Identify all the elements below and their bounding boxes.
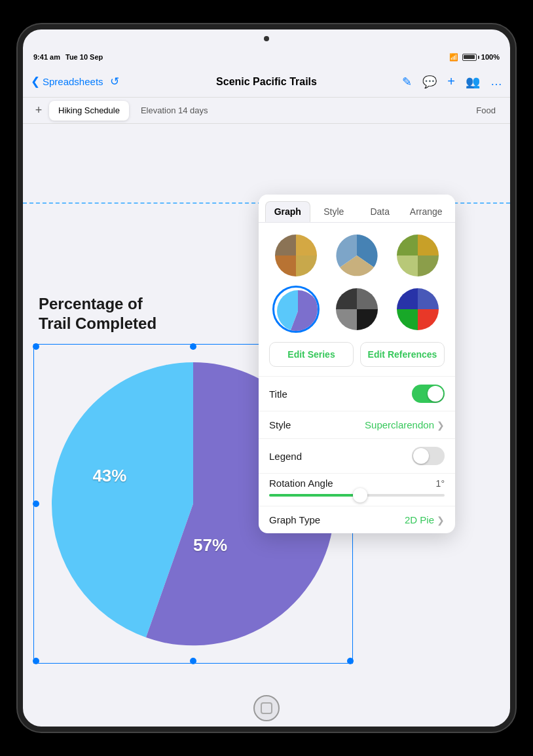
add-sheet-button[interactable]: + — [28, 102, 49, 120]
slider-fill — [269, 494, 360, 497]
style-value: Superclarendon ❯ — [365, 419, 445, 430]
sheet-tab-bar: + Hiking Schedule Elevation 14 days Food — [23, 98, 510, 124]
rotation-angle-label: Rotation Angle — [269, 478, 333, 489]
battery-indicator: 100% — [462, 53, 500, 61]
slider-thumb[interactable] — [353, 488, 367, 502]
rotation-angle-value: 1° — [436, 478, 445, 489]
legend-row: Legend — [259, 438, 455, 473]
back-label: Spreadsheets — [43, 76, 103, 87]
title-label: Title — [269, 388, 287, 400]
tab-data[interactable]: Data — [358, 201, 403, 222]
title-toggle-thumb — [428, 386, 443, 402]
undo-icon[interactable]: ↺ — [110, 75, 119, 88]
swatch-1[interactable] — [272, 232, 320, 279]
home-button-inner — [261, 702, 272, 714]
edit-series-button[interactable]: Edit Series — [269, 342, 354, 367]
tab-style[interactable]: Style — [312, 201, 357, 222]
add-icon[interactable]: + — [447, 74, 455, 89]
rotation-angle-slider[interactable] — [269, 494, 445, 497]
swatch-6[interactable] — [394, 286, 441, 333]
chart-title-line1: Percentage of — [39, 294, 156, 314]
back-button[interactable]: ❮ Spreadsheets — [31, 75, 103, 88]
chart-title-line2: Trail Completed — [39, 314, 156, 333]
handle-bottom-left[interactable] — [33, 658, 39, 664]
tab-hiking-schedule[interactable]: Hiking Schedule — [49, 101, 129, 121]
tab-elevation[interactable]: Elevation 14 days — [132, 101, 217, 121]
home-button[interactable] — [253, 695, 280, 721]
graph-type-value: 2D Pie ❯ — [405, 514, 445, 525]
edit-references-button[interactable]: Edit References — [360, 342, 445, 367]
comment-icon[interactable]: 💬 — [422, 75, 437, 89]
swatch-2[interactable] — [333, 232, 380, 279]
more-icon[interactable]: … — [490, 75, 502, 88]
handle-middle-left[interactable] — [33, 501, 39, 507]
status-bar: 9:41 am Tue 10 Sep 📶 100% — [23, 48, 510, 66]
graph-type-chevron-icon: ❯ — [437, 515, 445, 525]
share-icon[interactable]: 👥 — [466, 75, 480, 89]
title-row: Title — [259, 376, 455, 411]
tab-graph[interactable]: Graph — [265, 201, 310, 222]
handle-bottom-right[interactable] — [347, 658, 354, 664]
main-content: Percentage of Trail Completed — [23, 124, 510, 690]
style-chevron-icon: ❯ — [437, 420, 445, 430]
graph-type-row[interactable]: Graph Type 2D Pie ❯ — [259, 506, 455, 533]
wifi-icon: 📶 — [449, 53, 458, 62]
document-title: Scenic Pacific Trails — [149, 76, 384, 88]
tab-food[interactable]: Food — [467, 101, 505, 121]
graph-type-label: Graph Type — [269, 514, 320, 525]
title-toggle[interactable] — [412, 385, 445, 403]
camera-dot — [264, 36, 269, 41]
rotation-angle-row: Rotation Angle 1° — [259, 473, 455, 506]
panel-action-buttons: Edit Series Edit References — [259, 342, 455, 376]
status-date: Tue 10 Sep — [65, 53, 103, 61]
chart-style-swatches — [259, 223, 455, 342]
chart-title: Percentage of Trail Completed — [39, 294, 156, 333]
back-chevron-icon: ❮ — [31, 75, 40, 88]
legend-toggle-thumb — [413, 448, 429, 464]
battery-label: 100% — [481, 53, 500, 61]
style-label: Style — [269, 419, 291, 430]
swatch-4[interactable] — [272, 286, 320, 333]
swatch-5[interactable] — [333, 286, 380, 333]
panel-tab-bar: Graph Style Data Arrange — [259, 195, 455, 223]
format-panel: Graph Style Data Arrange — [259, 195, 455, 533]
legend-label: Legend — [269, 451, 302, 462]
handle-bottom-middle[interactable] — [190, 658, 196, 664]
pie-segment-label-43: 43% — [92, 466, 126, 486]
pen-icon[interactable]: ✎ — [402, 75, 412, 89]
status-time: 9:41 am — [33, 53, 60, 61]
swatch-3[interactable] — [394, 232, 441, 279]
handle-top-middle[interactable] — [190, 343, 196, 350]
top-nav: ❮ Spreadsheets ↺ Scenic Pacific Trails ✎… — [23, 66, 510, 98]
tab-arrange[interactable]: Arrange — [404, 201, 449, 222]
style-row[interactable]: Style Superclarendon ❯ — [259, 411, 455, 438]
legend-toggle[interactable] — [412, 447, 445, 465]
handle-top-left[interactable] — [33, 343, 39, 350]
pie-segment-label-57: 57% — [193, 535, 227, 556]
